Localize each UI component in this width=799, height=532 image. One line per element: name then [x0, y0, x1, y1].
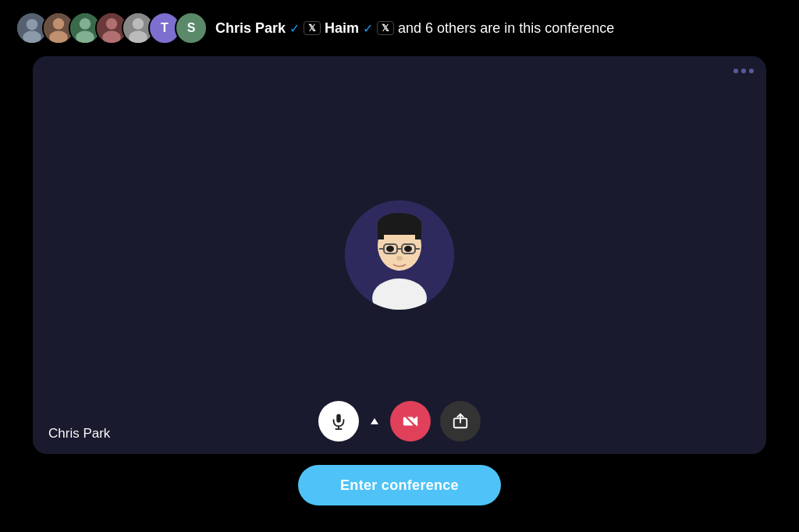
video-card: Chris Park [33, 56, 766, 454]
svg-point-8 [76, 31, 94, 44]
video-toggle-button[interactable] [390, 401, 431, 442]
svg-point-29 [396, 256, 403, 261]
enter-conference-button[interactable]: Enter conference [298, 465, 501, 505]
conference-header: T S Chris Park ✓ 𝕏 Haim ✓ 𝕏 and 6 others… [0, 0, 799, 56]
name2-x-badge: 𝕏 [377, 21, 394, 35]
name1-label: Chris Park [215, 20, 286, 37]
svg-rect-20 [378, 222, 384, 239]
call-controls [318, 401, 481, 442]
dot-3 [749, 69, 754, 73]
name1-verified-icon: ✓ [289, 21, 300, 36]
mic-button[interactable] [318, 401, 359, 442]
caret-up-icon [370, 417, 379, 426]
svg-point-7 [80, 18, 91, 29]
dot-2 [741, 69, 746, 73]
svg-point-13 [133, 18, 144, 29]
svg-rect-30 [336, 414, 341, 423]
share-icon [452, 413, 469, 430]
svg-marker-33 [371, 418, 378, 424]
svg-rect-19 [378, 222, 421, 235]
main-avatar [345, 200, 454, 310]
name1-x-badge: 𝕏 [304, 21, 321, 35]
svg-point-27 [386, 246, 394, 252]
dot-1 [733, 69, 738, 73]
svg-point-4 [53, 18, 64, 29]
conference-info: Chris Park ✓ 𝕏 Haim ✓ 𝕏 and 6 others are… [215, 20, 614, 37]
svg-point-14 [129, 31, 147, 44]
svg-point-28 [404, 246, 412, 252]
svg-rect-21 [415, 222, 421, 239]
svg-point-1 [27, 19, 37, 30]
mic-icon [330, 413, 347, 430]
more-options-button[interactable] [733, 69, 754, 73]
mic-caret-button[interactable] [368, 417, 381, 426]
svg-point-5 [49, 31, 68, 44]
name2-verified-icon: ✓ [363, 21, 373, 36]
share-screen-button[interactable] [440, 401, 481, 442]
others-label: and 6 others are in this conference [398, 20, 614, 37]
avatar-group: T S [16, 12, 208, 44]
svg-point-10 [106, 18, 117, 29]
participant-name-label: Chris Park [48, 426, 110, 442]
svg-point-11 [102, 31, 121, 44]
participant-face-svg [345, 200, 454, 310]
video-off-icon [402, 413, 419, 430]
participant-avatar-s: S [175, 12, 208, 44]
svg-point-2 [23, 31, 41, 44]
name2-label: Haim [325, 20, 359, 37]
